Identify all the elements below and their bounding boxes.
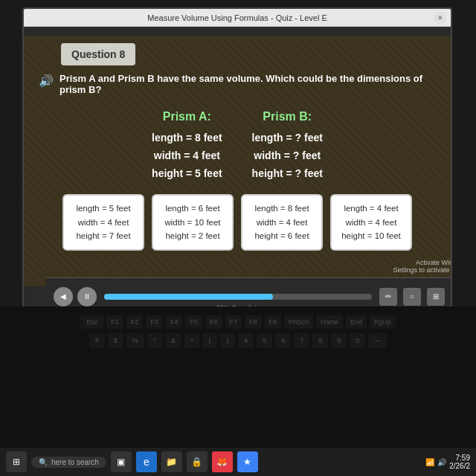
keyboard-area: Esc F1 F2 F3 F4 F5 F6 F7 F8 F9 PrtScn Ho… <box>0 306 476 448</box>
taskbar-right: 📶 🔊 7:59 2/26/2 <box>425 454 470 470</box>
quiz-area: Question 8 🔊 Prism A and Prism B have th… <box>24 36 451 286</box>
prism-a-data: length = 8 feet width = 4 feet height = … <box>152 129 222 182</box>
question-header: Question 8 <box>61 43 135 65</box>
answer-a-line1: length = 5 feet <box>71 202 135 215</box>
time-display: 7:59 <box>449 454 470 462</box>
answer-b-line2: width = 10 feet <box>161 216 225 229</box>
edge-browser-icon[interactable]: e <box>136 451 157 472</box>
question-text-container: 🔊 Prism A and Prism B have the same volu… <box>39 73 436 95</box>
taskbar-left: ⊞ 🔍 here to search ▣ e 📁 🔒 🦊 ★ <box>6 451 258 472</box>
title-bar: Measure Volume Using Formulas - Quiz - L… <box>24 9 451 27</box>
circle-icon[interactable]: ○ <box>403 288 421 306</box>
answer-card-c[interactable]: length = 8 feet width = 4 feet height = … <box>241 194 323 250</box>
prism-a-box: Prism A: length = 8 feet width = 4 feet … <box>152 110 222 182</box>
taskbar-icons: ✏ ○ ⊞ 🕐 <box>379 288 452 306</box>
answer-c-line2: width = 4 feet <box>250 216 314 229</box>
window-title: Measure Volume Using Formulas - Quiz - L… <box>147 13 327 22</box>
answer-c-line3: height = 6 feet <box>250 229 314 242</box>
answer-card-a[interactable]: length = 5 feet width = 4 feet height = … <box>62 194 144 250</box>
question-number: Question 8 <box>71 48 125 60</box>
question-text: Prism A and Prism B have the same volume… <box>60 73 436 95</box>
back-button[interactable]: ◀ <box>54 287 73 306</box>
prism-b-height: height = ? feet <box>252 165 323 183</box>
activate-windows: Activate WindowsSettings to activate Win… <box>393 259 452 274</box>
search-label: here to search <box>51 458 99 466</box>
nav-controls: ◀ ⏸ <box>54 287 97 306</box>
progress-bar-fill <box>104 294 273 300</box>
close-button[interactable]: ✕ <box>434 12 446 24</box>
laptop-screen: Measure Volume Using Formulas - Quiz - L… <box>22 7 452 316</box>
progress-bar-container: 63% Complete <box>104 294 372 300</box>
app-icon-1[interactable]: 🔒 <box>187 451 208 472</box>
answer-d-line1: length = 4 feet <box>339 202 403 215</box>
app-icon-2[interactable]: 🦊 <box>212 451 233 472</box>
answer-b-line3: height = 2 feet <box>161 229 225 242</box>
search-bar[interactable]: 🔍 here to search <box>31 457 106 468</box>
task-view-button[interactable]: ▣ <box>111 451 132 472</box>
prism-b-label: Prism B: <box>252 110 323 123</box>
wifi-icon: 📶 <box>425 458 434 466</box>
answer-d-line2: width = 4 feet <box>339 216 403 229</box>
pencil-icon[interactable]: ✏ <box>379 288 397 306</box>
answer-card-d[interactable]: length = 4 feet width = 4 feet height = … <box>330 194 412 250</box>
windows-taskbar: ⊞ 🔍 here to search ▣ e 📁 🔒 🦊 ★ 📶 🔊 7:59 … <box>0 448 476 476</box>
answer-card-b[interactable]: length = 6 feet width = 10 feet height =… <box>152 194 234 250</box>
prism-b-length: length = ? feet <box>252 129 323 147</box>
prism-a-height: height = 5 feet <box>152 165 222 183</box>
grid-icon[interactable]: ⊞ <box>427 288 445 306</box>
prism-a-length: length = 8 feet <box>152 129 222 147</box>
search-icon: 🔍 <box>39 458 48 466</box>
prism-a-label: Prism A: <box>152 110 222 123</box>
answer-c-line1: length = 8 feet <box>250 202 314 215</box>
answer-b-line1: length = 6 feet <box>161 202 225 215</box>
prism-b-box: Prism B: length = ? feet width = ? feet … <box>252 110 323 182</box>
system-tray: 📶 🔊 <box>425 458 446 466</box>
pause-button[interactable]: ⏸ <box>77 287 97 306</box>
answer-a-line2: width = 4 feet <box>71 216 135 229</box>
file-explorer-icon[interactable]: 📁 <box>161 451 182 472</box>
app-icon-3[interactable]: ★ <box>237 451 258 472</box>
start-button[interactable]: ⊞ <box>6 451 27 472</box>
clock-display: 7:59 2/26/2 <box>449 454 470 470</box>
answers-container: length = 5 feet width = 4 feet height = … <box>31 194 443 250</box>
answer-a-line3: height = 7 feet <box>71 229 135 242</box>
answer-d-line3: height = 10 feet <box>339 229 403 242</box>
volume-icon: 🔊 <box>437 458 446 466</box>
speaker-icon[interactable]: 🔊 <box>39 74 54 88</box>
prism-b-width: width = ? feet <box>252 147 323 165</box>
prism-a-width: width = 4 feet <box>152 147 222 165</box>
date-display: 2/26/2 <box>449 462 470 470</box>
clock-icon[interactable]: 🕐 <box>451 288 452 306</box>
prisms-container: Prism A: length = 8 feet width = 4 feet … <box>39 110 436 182</box>
prism-b-data: length = ? feet width = ? feet height = … <box>252 129 323 182</box>
